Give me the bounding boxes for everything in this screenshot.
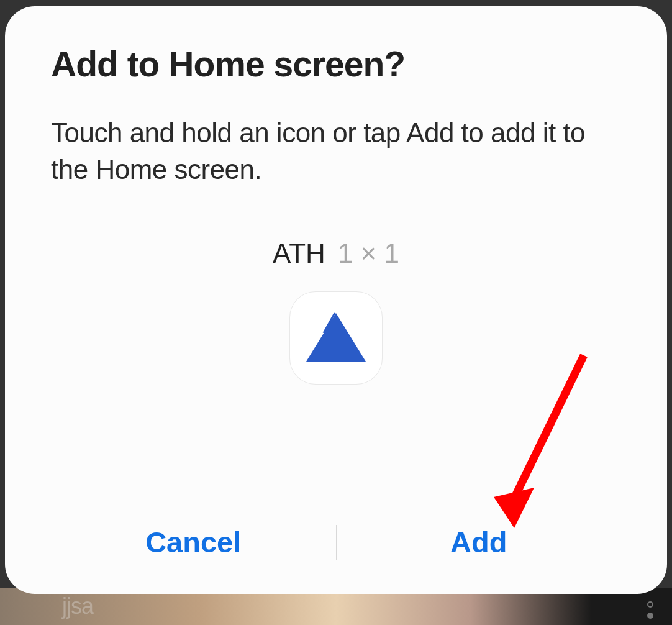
dialog-button-row: Cancel Add — [51, 515, 621, 569]
nav-dot — [647, 601, 653, 608]
add-to-home-dialog: Add to Home screen? Touch and hold an ic… — [5, 6, 667, 594]
add-button[interactable]: Add — [337, 515, 622, 569]
dialog-title: Add to Home screen? — [51, 43, 621, 84]
widget-size: 1 × 1 — [338, 238, 399, 269]
triangle-icon — [299, 301, 373, 375]
nav-dot — [647, 613, 653, 619]
nav-indicator — [647, 601, 653, 619]
background-text: jjsa — [62, 593, 93, 619]
cancel-button[interactable]: Cancel — [51, 515, 336, 569]
widget-icon[interactable] — [289, 291, 383, 385]
svg-marker-0 — [306, 313, 366, 362]
widget-label-row: ATH 1 × 1 — [273, 238, 399, 269]
widget-preview-section: ATH 1 × 1 — [51, 238, 621, 515]
dialog-description: Touch and hold an icon or tap Add to add… — [51, 114, 621, 188]
widget-name: ATH — [273, 238, 325, 269]
